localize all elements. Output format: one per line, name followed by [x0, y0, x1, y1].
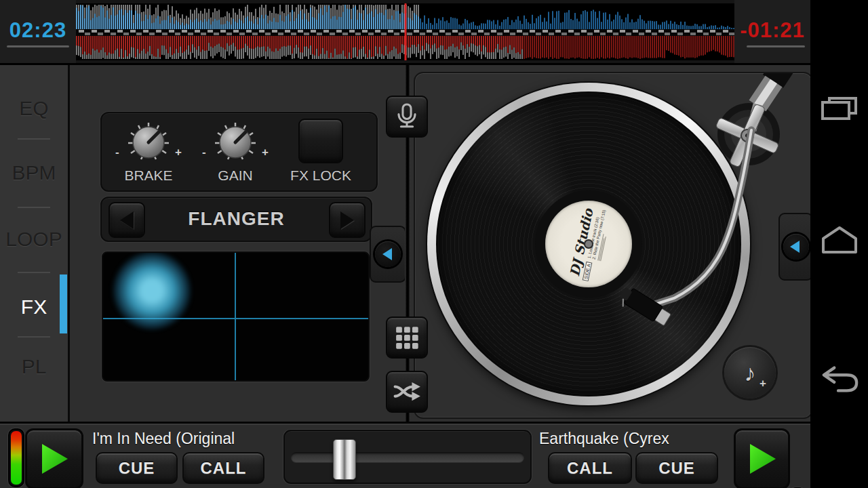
home-icon — [821, 223, 859, 254]
vinyl-record[interactable]: DJ Studio SIDE A 1. Load the track (2:36… — [427, 83, 750, 405]
chevron-left-icon — [382, 248, 392, 260]
fx-lock-button[interactable] — [298, 119, 343, 163]
shuffle-button[interactable] — [386, 371, 428, 413]
play-icon — [39, 443, 69, 475]
sidebar-divider — [18, 336, 50, 338]
pads-grid-button[interactable] — [386, 317, 428, 359]
call-button-left[interactable]: CALL — [182, 452, 264, 484]
sidebar-active-indicator — [60, 274, 67, 333]
grid-icon — [391, 322, 422, 353]
mic-button[interactable] — [386, 96, 428, 138]
knob-minus: - — [115, 146, 119, 159]
waveform-display[interactable] — [76, 3, 734, 60]
sidebar-divider — [18, 207, 50, 208]
deck-a-time-underline — [7, 45, 69, 47]
sidebar-item-pl[interactable]: PL — [0, 348, 68, 385]
gain-knob-label: GAIN — [198, 167, 273, 184]
sidebar-item-fx[interactable]: FX — [0, 289, 68, 325]
effect-selector: FLANGER — [100, 197, 372, 242]
bottom-control-bar: I'm In Need (Original CUE CALL Earthquak… — [0, 422, 810, 488]
knob-graphic — [125, 119, 172, 166]
deck-a-time: 02:23 — [0, 18, 76, 43]
sidebar-divider — [18, 272, 50, 273]
cue-button-left[interactable]: CUE — [96, 452, 178, 484]
call-button-right[interactable]: CALL — [548, 452, 632, 484]
play-icon — [747, 443, 777, 475]
back-icon — [820, 365, 859, 394]
fx-lock-label: FX LOCK — [283, 167, 358, 184]
vu-level — [11, 431, 22, 485]
vu-meter-left — [8, 428, 24, 487]
deck-b-time-underline — [747, 45, 805, 47]
dj-app: 02:23 -01:21 EQ BPM LOOP FX PL — [0, 0, 868, 488]
crossfader-groove — [291, 452, 524, 462]
effect-prev-button[interactable] — [108, 202, 145, 238]
back-button[interactable] — [820, 365, 859, 394]
deck-b-time: -01:21 — [734, 18, 810, 43]
music-note-icon: ♪ — [745, 361, 756, 384]
android-nav-bar — [810, 0, 868, 488]
deck-a-time-zone: 02:23 — [0, 0, 76, 63]
spindle — [585, 241, 592, 247]
xy-crosshair-vertical — [235, 253, 236, 380]
sidebar: EQ BPM LOOP FX PL — [0, 65, 70, 422]
microphone-icon — [390, 100, 424, 134]
play-button-left[interactable] — [25, 428, 83, 488]
add-track-button[interactable]: ♪ + — [724, 347, 776, 399]
effect-next-button[interactable] — [329, 202, 366, 238]
top-waveform-bar: 02:23 -01:21 — [0, 0, 810, 65]
deck-b-time-zone: -01:21 — [734, 0, 810, 63]
turntable-deck: DJ Studio SIDE A 1. Load the track (2:36… — [414, 72, 813, 419]
cue-button-right[interactable]: CUE — [635, 452, 718, 484]
handle-circle — [375, 241, 401, 267]
fx-xy-pad[interactable] — [102, 251, 370, 382]
gain-knob[interactable]: - + — [212, 119, 259, 166]
recent-apps-icon — [821, 96, 859, 121]
plus-icon: + — [760, 377, 766, 390]
knob-plus: + — [262, 146, 269, 159]
knob-graphic — [212, 119, 259, 166]
sidebar-item-loop[interactable]: LOOP — [0, 221, 68, 258]
sidebar-item-eq[interactable]: EQ — [0, 90, 68, 127]
shuffle-icon — [391, 375, 423, 408]
knob-minus: - — [202, 146, 206, 159]
play-button-right[interactable] — [734, 428, 790, 488]
sidebar-item-bpm[interactable]: BPM — [0, 155, 68, 191]
xy-touch-blob — [113, 251, 191, 330]
home-button[interactable] — [820, 222, 859, 255]
recent-apps-button[interactable] — [820, 95, 859, 122]
handle-circle — [783, 234, 809, 260]
brake-knob[interactable]: - + — [125, 119, 172, 166]
main-area: EQ BPM LOOP FX PL — [0, 65, 810, 422]
track-title-right: Earthquake (Cyrex — [539, 430, 669, 448]
tonearm-pivot — [717, 103, 780, 165]
chevron-left-icon — [790, 241, 800, 253]
left-arrow-icon — [120, 211, 134, 229]
collapse-right-handle[interactable] — [778, 213, 813, 281]
knob-plus: + — [175, 146, 182, 159]
vinyl-surface: DJ Studio SIDE A 1. Load the track (2:36… — [436, 92, 741, 396]
sidebar-divider — [18, 138, 50, 140]
fx-knob-panel: - + BRAKE - + — [100, 112, 378, 192]
brake-knob-label: BRAKE — [111, 167, 186, 184]
tonearm-counterweight — [773, 73, 785, 81]
collapse-left-handle[interactable] — [370, 226, 406, 283]
right-arrow-icon — [340, 211, 354, 229]
effect-name: FLANGER — [149, 208, 323, 230]
crossfader-handle[interactable] — [333, 439, 356, 480]
crossfader[interactable] — [283, 430, 532, 484]
track-title-left: I'm In Need (Original — [92, 430, 235, 448]
